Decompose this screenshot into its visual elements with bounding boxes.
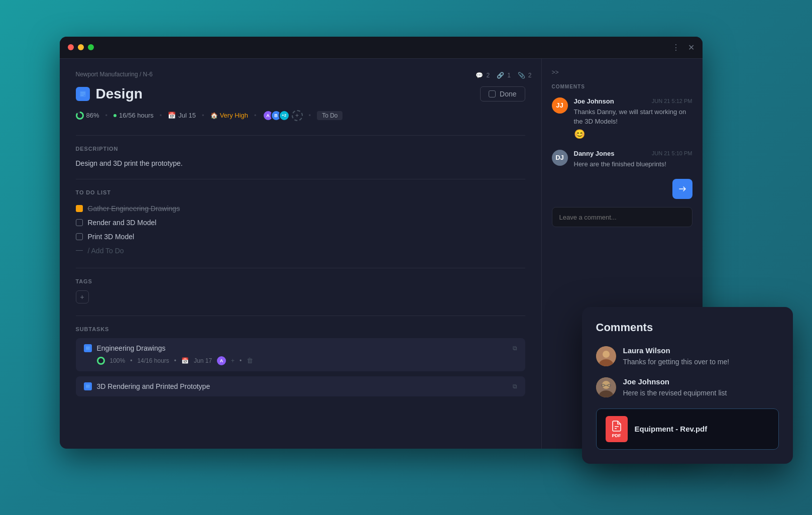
- popup-comment-body-1: Laura Wilson Thanks for getting this ove…: [623, 346, 779, 367]
- floating-comments-popup: Comments Laura Wilson Thanks for getting…: [582, 307, 793, 464]
- todo-section: TO DO LIST Gather Engineering Drawings R…: [76, 189, 525, 258]
- task-title: Design: [96, 86, 143, 102]
- delete-subtask-1[interactable]: 🗑: [247, 357, 253, 364]
- comment-text-1: Thanks Danny, we will start working on t…: [574, 107, 692, 127]
- window-actions: ⋮ ✕: [672, 43, 694, 52]
- more-options-icon[interactable]: ⋮: [672, 43, 680, 52]
- attachments-count: 2: [528, 72, 532, 79]
- breadcrumb-separator: /: [140, 71, 143, 78]
- calendar-icon-s1: 📅: [181, 357, 189, 364]
- comment-header-1: Joe Johnson JUN 21 5:12 PM: [574, 97, 692, 105]
- task-header: 💬 2 🔗 1 📎 2: [76, 86, 525, 102]
- popup-comment-text-2: Here is the revised equipment list: [623, 388, 779, 398]
- left-panel: Newport Manufacturing / N-6 💬 2 🔗 1 📎: [60, 59, 542, 449]
- subtask-icon-2: [84, 382, 92, 390]
- calendar-icon: 📅: [168, 112, 176, 119]
- separator: •: [130, 357, 132, 364]
- svg-point-7: [602, 381, 610, 389]
- comment-input-area[interactable]: [552, 207, 692, 227]
- done-checkbox: [489, 90, 496, 97]
- subtask-name-2: 3D Rendering and Printed Prototype: [97, 382, 210, 390]
- comment-time-2: JUN 21 5:10 PM: [652, 150, 692, 156]
- comments-panel-label: COMMENTS: [552, 84, 692, 89]
- comments-count: 2: [486, 72, 490, 79]
- separator3: •: [240, 357, 242, 364]
- subtask-progress-1: 100%: [110, 357, 126, 364]
- svg-point-4: [603, 351, 610, 358]
- link-icon: 🔗: [497, 72, 504, 79]
- pdf-type-label: PDF: [612, 433, 621, 438]
- add-tag-button[interactable]: +: [76, 290, 89, 303]
- separator2: •: [174, 357, 176, 364]
- subtask-name-1: Engineering Drawings: [97, 344, 166, 352]
- comment-input[interactable]: [559, 214, 685, 221]
- emoji-reaction-1[interactable]: 😊: [574, 129, 692, 140]
- subtask-header-2: 3D Rendering and Printed Prototype ⧉: [84, 382, 517, 390]
- add-todo-input[interactable]: / Add To Do: [76, 244, 525, 258]
- divider-4: [76, 316, 525, 316]
- todo-text-3: Print 3D Model: [88, 233, 135, 241]
- breadcrumb: Newport Manufacturing / N-6: [76, 71, 525, 78]
- add-assignee-s1[interactable]: +: [231, 357, 235, 364]
- task-meta: 86% • 16/56 hours • 📅 Jul 15 • 🏠: [76, 110, 525, 121]
- subtask-external-link-2[interactable]: ⧉: [513, 383, 517, 390]
- popup-comment-1: Laura Wilson Thanks for getting this ove…: [596, 346, 779, 367]
- breadcrumb-project[interactable]: Newport Manufacturing: [76, 71, 138, 78]
- done-label: Done: [500, 90, 516, 98]
- expand-panel-icon[interactable]: >>: [552, 69, 692, 76]
- tags-section: TAGS +: [76, 278, 525, 303]
- description-text: Design and 3D print the prototype.: [76, 158, 525, 169]
- todo-item-2: Render and 3D Model: [76, 216, 525, 230]
- popup-avatar-laura: [596, 346, 616, 366]
- task-title-row: 💬 2 🔗 1 📎 2: [76, 86, 143, 102]
- links-count: 1: [507, 72, 511, 79]
- todo-check-3[interactable]: [76, 233, 83, 240]
- status-text: To Do: [322, 112, 337, 119]
- minimize-traffic-light[interactable]: [78, 44, 84, 50]
- done-button[interactable]: Done: [480, 86, 525, 101]
- todo-label: TO DO LIST: [76, 189, 525, 195]
- close-icon[interactable]: ✕: [688, 43, 694, 52]
- title-bar: ⋮ ✕: [60, 37, 703, 59]
- breadcrumb-task-id[interactable]: N-6: [143, 71, 153, 78]
- comment-text-2: Here are the finished blueprints!: [574, 159, 692, 169]
- subtasks-label: SUBTASKS: [76, 326, 525, 332]
- send-comment-button[interactable]: [672, 179, 692, 199]
- popup-author-2: Joe Johnson: [623, 377, 779, 386]
- subtask-title-row-1: Engineering Drawings: [84, 344, 166, 352]
- subtask-hours-1: 14/16 hours: [137, 357, 169, 364]
- separator-4: •: [254, 112, 257, 119]
- hours-text: 16/56 hours: [119, 112, 154, 119]
- popup-avatar-joe: [596, 377, 616, 397]
- close-traffic-light[interactable]: [68, 44, 74, 50]
- subtask-title-row-2: 3D Rendering and Printed Prototype: [84, 382, 210, 390]
- todo-check-1[interactable]: [76, 205, 83, 212]
- priority-badge[interactable]: 🏠 Very High: [210, 112, 248, 119]
- todo-check-2[interactable]: [76, 219, 83, 226]
- separator-5: •: [309, 112, 311, 119]
- comment-avatar-1: JJ: [552, 97, 568, 114]
- traffic-lights: [68, 44, 94, 50]
- popup-comment-body-2: Joe Johnson Here is the revised equipmen…: [623, 377, 779, 398]
- status-badge[interactable]: To Do: [317, 111, 342, 120]
- due-date-indicator: 📅 Jul 15: [168, 112, 196, 119]
- subtask-meta-1: 100% • 14/16 hours • 📅 Jun 17 A + • 🗑: [84, 356, 517, 365]
- todo-text-1: Gather Engineering Drawings: [88, 204, 180, 213]
- progress-ring: [76, 112, 84, 120]
- subtask-progress-ring-1: [97, 357, 105, 365]
- maximize-traffic-light[interactable]: [88, 44, 94, 50]
- svg-rect-1: [86, 346, 90, 350]
- add-assignee-button[interactable]: +: [292, 110, 303, 121]
- tags-label: TAGS: [76, 278, 525, 284]
- subtask-due-1: Jun 17: [194, 357, 212, 364]
- subtask-external-link-1[interactable]: ⧉: [513, 345, 517, 352]
- divider-1: [76, 135, 525, 136]
- subtask-item-1: Engineering Drawings ⧉ 100% • 14/16 hou: [76, 338, 525, 371]
- avatar-3: +2: [279, 110, 290, 121]
- divider-2: [76, 179, 525, 179]
- add-todo-line: [76, 250, 83, 251]
- popup-comment-2: Joe Johnson Here is the revised equipmen…: [596, 377, 779, 398]
- comment-author-1: Joe Johnson: [574, 97, 614, 105]
- pdf-attachment[interactable]: PDF Equipment - Rev.pdf: [596, 408, 779, 450]
- comment-header-2: Danny Jones JUN 21 5:10 PM: [574, 150, 692, 157]
